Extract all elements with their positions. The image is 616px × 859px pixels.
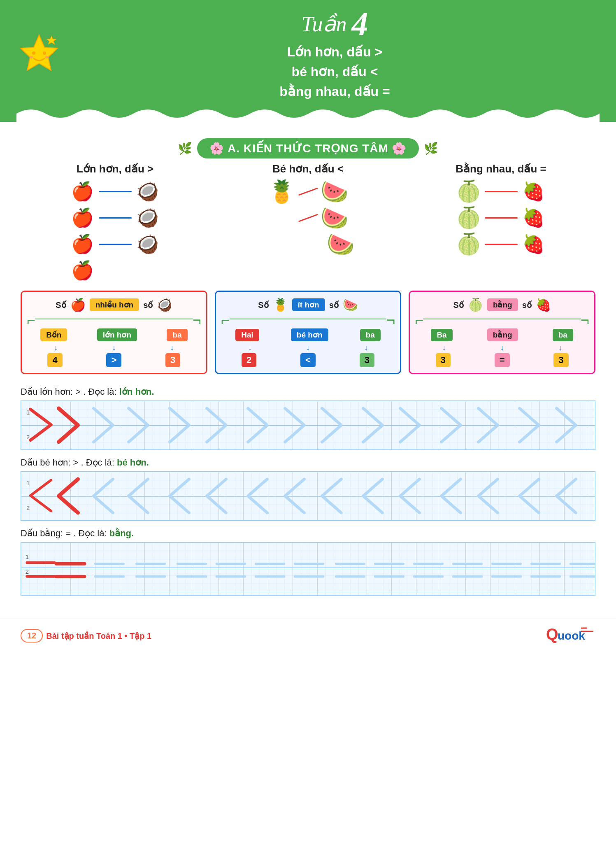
lon-hon-tag: lớn hơn — [97, 328, 137, 341]
equal-outline-13 — [568, 548, 595, 594]
line-3 — [99, 244, 132, 245]
num-3-right: 3 — [553, 353, 568, 367]
brace-left-3: ⌐ — [415, 313, 423, 328]
equal-symbol-guide: 1 2 — [24, 548, 57, 594]
strawberry-icon-3: 🍓 — [522, 232, 546, 256]
header: Tuần 4 Lớn hơn, dấu > bé hơn, dấu < bằng… — [0, 0, 616, 122]
col3-title: Bằng nhau, dấu = — [407, 163, 595, 175]
svg-text:2: 2 — [26, 568, 29, 575]
so2-label-1: số — [143, 300, 153, 310]
strawberry-icon: 🍓 — [522, 179, 546, 203]
instruction-equal-text: Dấu bằng: = . Đọc là: — [21, 528, 107, 538]
equal-outline-5 — [253, 548, 286, 594]
greater-outline-10 — [437, 403, 465, 447]
less-outline-6 — [280, 474, 309, 518]
less-outline-1 — [89, 474, 118, 518]
brace-right-3: ¬ — [581, 313, 589, 328]
pineapple-cb-icon: 🍍 — [273, 298, 288, 312]
fruit-pair: 🍉 — [270, 206, 346, 230]
col1-title: Lớn hơn, dấu > — [21, 163, 209, 175]
greater-outline-1 — [89, 403, 118, 447]
less-outline-12 — [515, 474, 544, 518]
fruit-pairs-3: 🍈 🍓 🍈 🍓 🍈 🍓 — [407, 179, 595, 256]
fruit-pair: 🍈 🍓 — [457, 206, 546, 230]
apple-cb-icon: 🍎 — [70, 298, 86, 312]
arrow-down-8: ↓ — [500, 343, 504, 352]
symbol-less: < — [300, 353, 316, 367]
star-icon — [16, 32, 62, 77]
less-outline-11 — [474, 474, 502, 518]
equal-outline-1 — [93, 548, 126, 594]
greater-outline-11 — [474, 403, 502, 447]
less-outline-8 — [358, 474, 387, 518]
equal-outline-7 — [334, 548, 367, 594]
greater-outline-5 — [243, 403, 272, 447]
watermelon-icon: 🍉 — [323, 179, 346, 203]
col-bang-nhau: Bằng nhau, dấu = 🍈 🍓 🍈 🍓 🍈 🍓 — [407, 163, 595, 282]
watermelon-icon-2: 🍉 — [323, 206, 346, 230]
greater-outline-13 — [552, 403, 581, 447]
less-outline-13 — [552, 474, 581, 518]
greater-outline-4 — [202, 403, 231, 447]
leaf-right-icon: 🌿 — [424, 142, 438, 155]
fruit-pair: 🍈 🍓 — [457, 179, 546, 203]
col2-title: Bé hơn, dấu < — [214, 163, 402, 175]
col-lon-hon: Lớn hơn, dấu > 🍎 🥥 🍎 🥥 🍎 🥥 — [21, 163, 209, 282]
coconut-cb-icon: 🥥 — [157, 298, 172, 312]
strawberry-cb-icon: 🍓 — [536, 298, 551, 312]
greater-outline-9 — [395, 403, 424, 447]
fruit-pair: 🍎 🥥 — [71, 232, 160, 256]
apple-icon-3: 🍎 — [71, 232, 95, 256]
less-symbol-guide: 1 2 — [24, 475, 57, 516]
greater-outline-12 — [515, 403, 544, 447]
so2-label-2: số — [329, 300, 339, 310]
instruction-greater-highlight: lớn hơn. — [119, 386, 154, 397]
page-number: 12 — [21, 629, 43, 643]
fruit-pair: 🍎 — [71, 258, 160, 282]
quook-logo-svg: Q uook — [546, 624, 595, 645]
ba-tag-2: ba — [360, 329, 381, 341]
less-symbol-red — [54, 474, 83, 518]
col-be-hon: Bé hơn, dấu < 🍍 🍉 🍉 🍉 — [214, 163, 402, 282]
flower-icon: 🌸 — [209, 142, 224, 155]
arrow-down-3: ↓ — [170, 343, 174, 352]
fruit-pairs-2: 🍍 🍉 🍉 🍉 — [214, 179, 402, 256]
instruction-less-text: Dấu bé hơn: > . Đọc là: — [21, 457, 114, 468]
coconut-icon-3: 🥥 — [136, 232, 160, 256]
week-label: Tuần 4 — [70, 7, 600, 40]
subtitle-line1: Lớn hơn, dấu > — [70, 42, 600, 62]
greater-symbol-guide: 1 2 — [24, 404, 57, 445]
less-outline-7 — [317, 474, 346, 518]
equal-outline-2 — [134, 548, 167, 594]
fruit-pairs-1: 🍎 🥥 🍎 🥥 🍎 🥥 🍎 — [21, 179, 209, 282]
section-a-title: A. KIẾN THỨC TRỌNG TÂM — [228, 142, 388, 155]
footer-left: 12 Bài tập tuần Toán 1 • Tập 1 — [21, 629, 151, 643]
greater-outline-2 — [124, 403, 153, 447]
num-4: 4 — [47, 353, 62, 367]
brace-left-2: ⌐ — [221, 313, 230, 328]
greater-outline-8 — [358, 403, 387, 447]
fruit-pair: 🍎 🥥 — [71, 179, 160, 203]
watermelon-icon-3: 🍉 — [329, 232, 353, 256]
num-3-1: 3 — [165, 353, 180, 367]
greater-outline-3 — [165, 403, 194, 447]
leaf-left-icon: 🌿 — [178, 142, 192, 155]
svg-text:1: 1 — [26, 409, 30, 416]
fruit-pair: 🍉 — [264, 232, 353, 256]
watermelon-cb-icon: 🍉 — [343, 298, 358, 312]
brace-right-2: ¬ — [386, 313, 395, 328]
week-text: Tuần — [301, 12, 346, 36]
so2-label-3: số — [522, 300, 532, 310]
less-outline-10 — [437, 474, 465, 518]
brace-right-1: ¬ — [193, 313, 201, 328]
less-outline-9 — [395, 474, 424, 518]
arrow-down-4: ↓ — [248, 343, 252, 352]
bang-tag: bằng — [487, 298, 518, 311]
svg-point-4 — [45, 56, 49, 58]
equal-outline-10 — [451, 548, 484, 594]
trace-grid-equal: 1 2 — [21, 542, 595, 596]
concept-boxes: Số 🍎 nhiều hơn số 🥥 ⌐ ¬ Bốn lớn hơn ba ↓… — [21, 291, 595, 374]
equal-outline-11 — [490, 548, 523, 594]
trace-grid-less: 1 2 — [21, 471, 595, 521]
eq-line-3 — [485, 244, 518, 245]
